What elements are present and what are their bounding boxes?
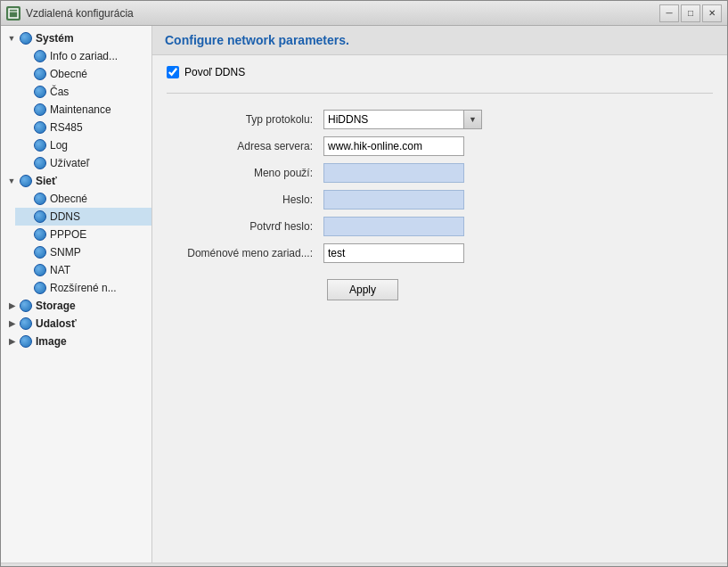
event-label: Udalosť: [36, 317, 77, 330]
pppoe-icon: [33, 227, 47, 242]
server-cell: [318, 133, 713, 160]
network-label: Sieť: [36, 175, 57, 187]
sidebar-item-info[interactable]: Info o zariad...: [15, 47, 151, 65]
nat-icon: [33, 263, 47, 277]
username-input[interactable]: [323, 163, 464, 183]
info-icon: [33, 49, 47, 63]
sidebar-item-rs485[interactable]: RS485: [15, 119, 151, 136]
main-panel: Configure network parameters. Povoľ DDNS…: [152, 26, 727, 563]
status-bar: [1, 563, 727, 566]
system-label: Systém: [36, 32, 74, 45]
domain-input[interactable]: [323, 243, 464, 263]
storage-label: Storage: [36, 300, 76, 312]
sidebar-item-cas[interactable]: Čas: [15, 83, 151, 101]
sidebar-item-system[interactable]: ▼ Systém: [1, 29, 151, 47]
sidebar-item-pppoe[interactable]: PPPOE: [15, 226, 151, 243]
image-label: Image: [36, 335, 67, 348]
enable-ddns-row: Povoľ DDNS: [167, 66, 713, 78]
obecne-sys-icon: [33, 67, 47, 81]
rs485-icon: [33, 120, 47, 135]
expander-network: ▼: [4, 174, 19, 188]
maximize-button[interactable]: □: [681, 4, 700, 22]
minimize-button[interactable]: ─: [659, 4, 679, 22]
system-children: Info o zariad... Obecné Čas Maintenance: [1, 47, 151, 172]
title-bar: Vzdialená konfigurácia ─ □ ✕: [1, 1, 727, 26]
protocol-label: Typ protokolu:: [167, 106, 318, 133]
sidebar-item-network[interactable]: ▼ Sieť: [1, 172, 151, 190]
protocol-row: Typ protokolu: HiDDNS DynDNS NO-IP ▼: [167, 106, 713, 133]
username-row: Meno použí:: [167, 160, 713, 186]
protocol-select[interactable]: HiDDNS DynDNS NO-IP: [323, 110, 464, 129]
system-icon: [19, 31, 33, 45]
password-row: Heslo:: [167, 186, 713, 213]
spacer: [19, 49, 33, 63]
panel-header: Configure network parameters.: [152, 26, 727, 55]
uzivatel-icon: [33, 156, 47, 170]
rozsirene-icon: [33, 281, 47, 295]
expander-event: ▶: [4, 316, 19, 331]
form-table: Typ protokolu: HiDDNS DynDNS NO-IP ▼: [167, 106, 713, 267]
log-icon: [33, 138, 47, 152]
sidebar-item-log[interactable]: Log: [15, 136, 151, 154]
domain-cell: [318, 240, 713, 267]
password-label: Heslo:: [167, 186, 318, 213]
server-input[interactable]: [323, 136, 464, 156]
sidebar-item-uzivatel[interactable]: Užívateľ: [15, 154, 151, 172]
content-area: ▼ Systém Info o zariad... Obecné: [1, 26, 727, 563]
domain-row: Doménové meno zariad...:: [167, 240, 713, 267]
maintenance-icon: [33, 103, 47, 117]
server-label: Adresa servera:: [167, 133, 318, 160]
svg-rect-0: [9, 9, 18, 18]
protocol-select-arrow[interactable]: ▼: [464, 110, 482, 129]
panel-title: Configure network parameters.: [165, 33, 349, 47]
apply-row: Apply: [167, 274, 713, 300]
network-icon: [19, 174, 33, 188]
network-children: Obecné DDNS PPPOE SNMP: [1, 190, 151, 297]
password-input[interactable]: [323, 190, 464, 210]
snmp-icon: [33, 245, 47, 259]
event-icon: [19, 316, 33, 331]
sidebar-item-maintenance[interactable]: Maintenance: [15, 101, 151, 119]
window-title: Vzdialená konfigurácia: [26, 7, 654, 20]
info-label: Info o zariad...: [50, 50, 118, 62]
apply-button[interactable]: Apply: [327, 279, 398, 300]
sidebar-item-rozsirene[interactable]: Rozšírené n...: [15, 279, 151, 297]
close-button[interactable]: ✕: [702, 4, 722, 22]
main-window: Vzdialená konfigurácia ─ □ ✕ ▼ Systém In…: [0, 0, 728, 567]
username-cell: [318, 160, 713, 186]
enable-ddns-label: Povoľ DDNS: [184, 66, 245, 78]
window-controls: ─ □ ✕: [659, 4, 722, 22]
sidebar: ▼ Systém Info o zariad... Obecné: [1, 26, 152, 563]
sidebar-item-snmp[interactable]: SNMP: [15, 243, 151, 261]
image-icon: [19, 334, 33, 349]
sidebar-item-obecne-net[interactable]: Obecné: [15, 190, 151, 208]
sidebar-item-ddns[interactable]: DDNS: [15, 208, 151, 226]
obecne-net-icon: [33, 192, 47, 206]
sidebar-item-event[interactable]: ▶ Udalosť: [1, 315, 151, 333]
enable-ddns-checkbox[interactable]: [167, 66, 179, 78]
confirm-cell: [318, 213, 713, 240]
confirm-input[interactable]: [323, 217, 464, 236]
password-cell: [318, 186, 713, 213]
expander-storage: ▶: [4, 299, 19, 313]
expander-image: ▶: [4, 334, 19, 349]
username-label: Meno použí:: [167, 160, 318, 186]
storage-icon: [19, 299, 33, 313]
app-icon: [6, 6, 20, 21]
ddns-icon: [33, 210, 47, 224]
cas-icon: [33, 85, 47, 99]
server-row: Adresa servera:: [167, 133, 713, 160]
divider: [167, 93, 713, 94]
sidebar-item-image[interactable]: ▶ Image: [1, 333, 151, 350]
sidebar-item-nat[interactable]: NAT: [15, 261, 151, 279]
protocol-cell: HiDDNS DynDNS NO-IP ▼: [318, 106, 713, 133]
protocol-select-wrapper: HiDDNS DynDNS NO-IP ▼: [323, 110, 708, 129]
expander-system: ▼: [4, 31, 19, 45]
sidebar-item-storage[interactable]: ▶ Storage: [1, 297, 151, 315]
confirm-row: Potvrď heslo:: [167, 213, 713, 240]
panel-body: Povoľ DDNS Typ protokolu: HiDDNS: [152, 55, 727, 563]
sidebar-item-obecne-sys[interactable]: Obecné: [15, 65, 151, 83]
domain-label: Doménové meno zariad...:: [167, 240, 318, 267]
confirm-label: Potvrď heslo:: [167, 213, 318, 240]
